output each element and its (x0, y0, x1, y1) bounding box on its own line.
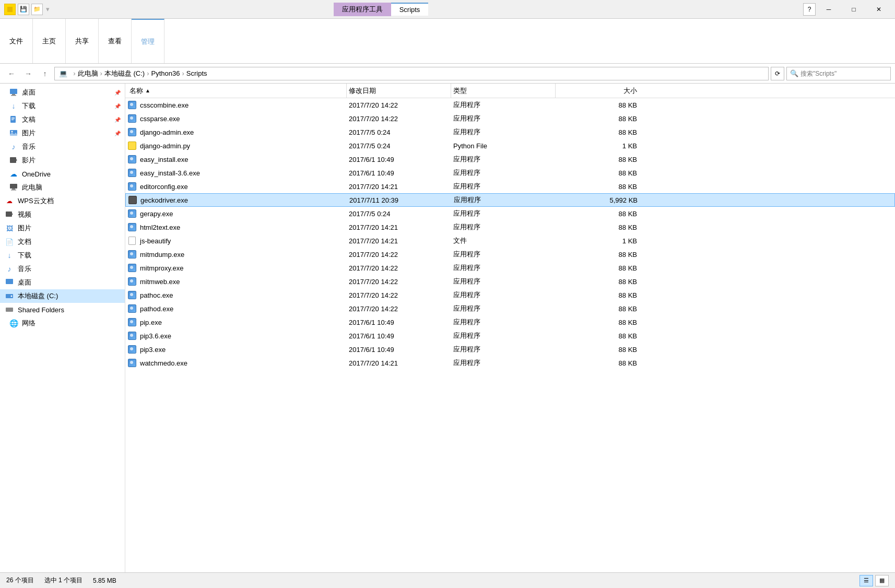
back-button[interactable]: ← (4, 67, 19, 80)
path-segment-scripts[interactable]: Scripts (186, 69, 207, 77)
up-button[interactable]: ↑ (38, 67, 52, 80)
sidebar-label-desktop: 桌面 (22, 88, 36, 97)
sidebar: 桌面 📌 ↓ 下载 📌 文稿 📌 图片 📌 ♪ 音乐 (0, 84, 125, 572)
table-row[interactable]: pip.exe 2017/6/1 10:49 应用程序 88 KB (125, 315, 895, 329)
search-input[interactable] (800, 70, 887, 77)
file-type-icon (127, 114, 137, 123)
file-date-cell: 2017/7/20 14:22 (347, 278, 451, 286)
sidebar-item-video2[interactable]: 视频 (0, 208, 125, 221)
table-row[interactable]: pathod.exe 2017/7/20 14:22 应用程序 88 KB (125, 302, 895, 315)
file-name-cell: django-admin.py (127, 141, 347, 150)
sidebar-item-dl2[interactable]: ↓ 下载 (0, 249, 125, 262)
scripts-tab[interactable]: Scripts (391, 3, 429, 16)
file-size: 88 KB (619, 359, 637, 367)
sidebar-item-onedrive[interactable]: ☁ OneDrive (0, 167, 125, 181)
table-row[interactable]: pathoc.exe 2017/7/20 14:22 应用程序 88 KB (125, 288, 895, 302)
sidebar-item-img2[interactable]: 🖼 图片 (0, 221, 125, 235)
path-segment-thiscpu[interactable]: 此电脑 (78, 69, 98, 78)
file-name-cell: watchmedo.exe (127, 358, 347, 368)
file-type: 应用程序 (453, 277, 480, 286)
table-row[interactable]: editorconfig.exe 2017/7/20 14:21 应用程序 88… (125, 180, 895, 193)
file-size: 88 KB (619, 169, 637, 177)
sidebar-label-doc2: 文档 (18, 237, 31, 246)
sidebar-item-doc2[interactable]: 📄 文档 (0, 235, 125, 249)
file-size: 88 KB (619, 224, 637, 231)
col-header-date[interactable]: 修改日期 (347, 84, 451, 98)
sidebar-item-thispc[interactable]: 此电脑 (0, 181, 125, 194)
forward-button[interactable]: → (21, 67, 36, 80)
quick-access-icon1[interactable] (4, 4, 16, 15)
sidebar-item-img[interactable]: 图片 📌 (0, 126, 125, 140)
large-view-icon: ▦ (879, 577, 885, 584)
app-tools-tab[interactable]: 应用程序工具 (334, 3, 391, 16)
file-date-cell: 2017/7/20 14:21 (347, 359, 451, 367)
col-header-name[interactable]: 名称 ▲ (127, 84, 347, 98)
maximize-button[interactable]: □ (842, 1, 866, 18)
table-row[interactable]: js-beautify 2017/7/20 14:21 文件 1 KB (125, 234, 895, 248)
table-row[interactable]: mitmweb.exe 2017/7/20 14:22 应用程序 88 KB (125, 275, 895, 288)
onedrive-icon: ☁ (8, 169, 19, 179)
file-type-cell: 应用程序 (451, 345, 556, 354)
view-details-button[interactable]: ☰ (859, 575, 873, 586)
table-row[interactable]: easy_install-3.6.exe 2017/6/1 10:49 应用程序… (125, 166, 895, 180)
refresh-button[interactable]: ⟳ (771, 67, 784, 80)
file-type: 应用程序 (453, 263, 480, 273)
sidebar-item-video[interactable]: 影片 (0, 154, 125, 167)
pin-icon-doc: 📌 (114, 117, 121, 123)
file-name: js-beautify (140, 237, 171, 245)
table-row[interactable]: easy_install.exe 2017/6/1 10:49 应用程序 88 … (125, 152, 895, 166)
sidebar-item-music2[interactable]: ♪ 音乐 (0, 262, 125, 276)
ribbon-tab-share[interactable]: 共享 (66, 19, 99, 63)
ribbon-tab-manage[interactable]: 管理 (132, 19, 164, 63)
sidebar-item-shared[interactable]: Shared Folders (0, 303, 125, 316)
table-row[interactable]: cssparse.exe 2017/7/20 14:22 应用程序 88 KB (125, 112, 895, 125)
save-icon[interactable]: 💾 (18, 4, 29, 15)
sidebar-item-drive[interactable]: 本地磁盘 (C:) (0, 289, 125, 303)
wps-icon: ☁ (4, 196, 15, 206)
table-row[interactable]: mitmproxy.exe 2017/7/20 14:22 应用程序 88 KB (125, 261, 895, 275)
ribbon-tab-view[interactable]: 查看 (99, 19, 132, 63)
col-header-size[interactable]: 大小 (556, 84, 639, 98)
minimize-button[interactable]: ─ (817, 1, 841, 18)
col-header-type[interactable]: 类型 (451, 84, 556, 98)
table-row[interactable]: django-admin.exe 2017/7/5 0:24 应用程序 88 K… (125, 125, 895, 139)
sidebar-item-desktop[interactable]: 桌面 📌 (0, 86, 125, 99)
path-segment-python36[interactable]: Python36 (151, 69, 180, 77)
sidebar-item-network[interactable]: 🌐 网络 (0, 316, 125, 330)
ribbon-tab-file[interactable]: 文件 (0, 19, 33, 63)
table-row[interactable]: geckodriver.exe 2017/7/11 20:39 应用程序 5,9… (125, 193, 895, 207)
file-size-cell: 1 KB (556, 142, 639, 150)
sidebar-item-music[interactable]: ♪ 音乐 (0, 140, 125, 154)
ribbon-tab-home[interactable]: 主页 (33, 19, 66, 63)
col-size-label: 大小 (623, 86, 637, 96)
close-button[interactable]: ✕ (867, 1, 891, 18)
table-row[interactable]: html2text.exe 2017/7/20 14:21 应用程序 88 KB (125, 220, 895, 234)
table-row[interactable]: pip3.6.exe 2017/6/1 10:49 应用程序 88 KB (125, 329, 895, 343)
table-row[interactable]: pip3.exe 2017/6/1 10:49 应用程序 88 KB (125, 343, 895, 356)
table-row[interactable]: gerapy.exe 2017/7/5 0:24 应用程序 88 KB (125, 207, 895, 220)
sidebar-label-video2: 视频 (18, 210, 31, 219)
search-box[interactable]: 🔍 (786, 67, 891, 80)
table-row[interactable]: watchmedo.exe 2017/7/20 14:21 应用程序 88 KB (125, 356, 895, 370)
file-type-icon (127, 358, 137, 368)
folder-tb-icon[interactable]: 📁 (31, 4, 43, 15)
help-button[interactable]: ? (803, 3, 816, 16)
address-path[interactable]: 💻 › 此电脑 › 本地磁盘 (C:) › Python36 › Scripts (54, 67, 769, 80)
file-size: 88 KB (619, 210, 637, 218)
file-date-cell: 2017/7/5 0:24 (347, 142, 451, 150)
sidebar-item-wps[interactable]: ☁ WPS云文档 (0, 194, 125, 208)
exe-icon (128, 209, 136, 218)
view-large-button[interactable]: ▦ (875, 575, 889, 586)
file-size: 1 KB (622, 142, 637, 150)
table-row[interactable]: mitmdump.exe 2017/7/20 14:22 应用程序 88 KB (125, 248, 895, 261)
file-type-cell: 应用程序 (451, 250, 556, 259)
sidebar-item-desktop2[interactable]: 桌面 (0, 276, 125, 289)
table-row[interactable]: csscombine.exe 2017/7/20 14:22 应用程序 88 K… (125, 98, 895, 112)
sidebar-label-video: 影片 (22, 156, 36, 165)
desktop-icon (8, 87, 19, 98)
sidebar-item-download[interactable]: ↓ 下载 📌 (0, 99, 125, 113)
sidebar-item-doc[interactable]: 文稿 📌 (0, 113, 125, 126)
path-segment-pc[interactable]: 💻 (59, 69, 71, 77)
path-segment-c[interactable]: 本地磁盘 (C:) (104, 69, 145, 78)
table-row[interactable]: django-admin.py 2017/7/5 0:24 Python Fil… (125, 139, 895, 152)
